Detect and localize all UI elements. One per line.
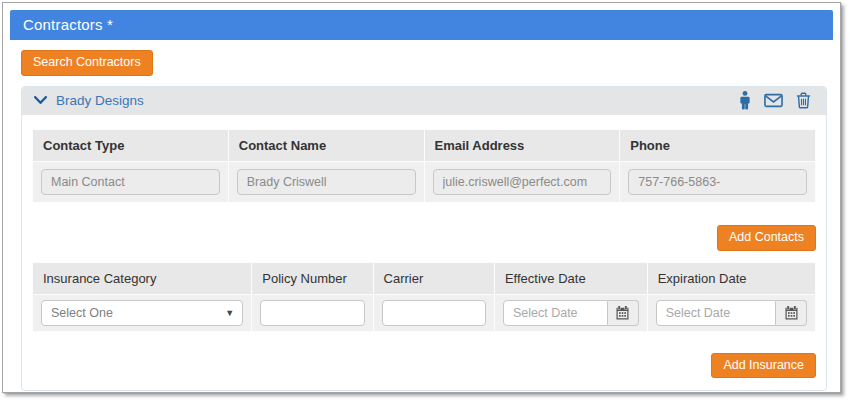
contacts-col-contact-type: Contact Type — [33, 129, 229, 161]
calendar-icon — [785, 306, 798, 320]
expiration-date-group — [656, 300, 807, 326]
search-contractors-button[interactable]: Search Contractors — [21, 50, 153, 76]
chevron-down-icon[interactable] — [34, 96, 47, 105]
expiration-date-calendar-button[interactable] — [776, 300, 807, 326]
effective-date-calendar-button[interactable] — [608, 300, 639, 326]
insurance-category-select-wrap: Select One ▼ — [41, 300, 243, 326]
contractor-name[interactable]: Brady Designs — [56, 93, 144, 108]
insurance-table: Insurance Category Policy Number Carrier… — [32, 262, 816, 332]
email-address-input[interactable] — [433, 169, 612, 195]
envelope-icon[interactable] — [764, 93, 783, 108]
insurance-table-row: Select One ▼ — [33, 294, 816, 331]
policy-number-input[interactable] — [260, 300, 364, 326]
trash-icon[interactable] — [796, 92, 811, 109]
insurance-category-select[interactable]: Select One — [41, 300, 243, 326]
insurance-col-effective-date: Effective Date — [494, 262, 647, 294]
male-icon[interactable] — [739, 91, 751, 110]
phone-input[interactable] — [628, 169, 807, 195]
calendar-icon — [616, 306, 629, 320]
contacts-table-row — [33, 161, 816, 202]
contractor-panel: Brady Designs — [21, 86, 827, 392]
insurance-col-category: Insurance Category — [33, 262, 252, 294]
expiration-date-input[interactable] — [656, 300, 776, 326]
panel-icon-group — [739, 91, 814, 110]
effective-date-input[interactable] — [503, 300, 608, 326]
insurance-header-row: Insurance Category Policy Number Carrier… — [33, 262, 816, 294]
effective-date-group — [503, 300, 639, 326]
add-contacts-button[interactable]: Add Contacts — [717, 225, 816, 251]
contacts-actions: Add Contacts — [32, 225, 816, 251]
contractor-panel-body: Contact Type Contact Name Email Address … — [22, 115, 826, 391]
contacts-header-row: Contact Type Contact Name Email Address … — [33, 129, 816, 161]
insurance-col-carrier: Carrier — [373, 262, 494, 294]
contractors-window: Contractors * Search Contractors Brady D… — [2, 2, 841, 393]
add-insurance-button[interactable]: Add Insurance — [711, 353, 816, 379]
contacts-col-phone: Phone — [620, 129, 816, 161]
insurance-col-expiration-date: Expiration Date — [647, 262, 815, 294]
page-title-bar: Contractors * — [10, 10, 833, 40]
insurance-actions: Add Insurance — [32, 353, 816, 379]
contact-name-input[interactable] — [237, 169, 416, 195]
contacts-col-email: Email Address — [424, 129, 620, 161]
page-content: Search Contractors Brady Designs — [10, 40, 833, 391]
contact-type-input[interactable] — [41, 169, 220, 195]
contacts-table: Contact Type Contact Name Email Address … — [32, 129, 816, 203]
page-title: Contractors * — [23, 16, 113, 33]
insurance-col-policy-number: Policy Number — [252, 262, 373, 294]
contacts-col-contact-name: Contact Name — [228, 129, 424, 161]
carrier-input[interactable] — [382, 300, 486, 326]
contractor-panel-header[interactable]: Brady Designs — [22, 87, 826, 115]
